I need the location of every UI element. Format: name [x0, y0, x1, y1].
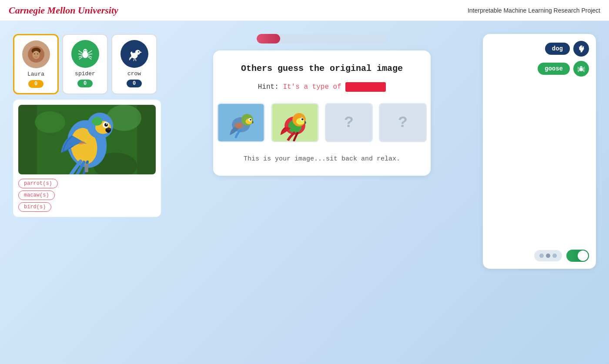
image-tags: parrot(s) macaw(s) bird(s) — [18, 179, 156, 212]
center-panel: Others guess the original image Hint: It… — [170, 34, 474, 176]
question-mark-3: ? — [344, 114, 354, 132]
laura-name: Laura — [27, 71, 44, 77]
svg-rect-35 — [85, 164, 88, 172]
right-bottom — [490, 250, 589, 262]
dot-3[interactable] — [552, 254, 557, 258]
svg-line-10 — [78, 54, 82, 54]
progress-fill — [257, 34, 280, 43]
player-cards: Laura 0 — [13, 34, 161, 94]
dog-label: dog — [545, 43, 570, 55]
dot-2[interactable] — [546, 254, 550, 258]
svg-point-49 — [301, 118, 304, 120]
pagination-dots — [534, 250, 562, 261]
image-choices: ? ? — [217, 103, 427, 142]
header: Carnegie Mellon University Interpretable… — [0, 0, 609, 21]
right-panel: dog goose — [483, 34, 596, 269]
svg-point-4 — [37, 53, 38, 54]
choice-image-1[interactable] — [217, 103, 265, 142]
left-panel: Laura 0 — [13, 34, 161, 217]
right-label-row-goose: goose — [538, 61, 589, 77]
project-title: Interpretable Machine Learning Research … — [468, 7, 600, 14]
goose-label: goose — [538, 63, 570, 75]
laura-avatar — [22, 40, 50, 68]
cmu-logo[interactable]: Carnegie Mellon University — [9, 5, 118, 16]
svg-line-55 — [578, 67, 580, 68]
crow-avatar — [120, 40, 148, 68]
tag-macaw: macaw(s) — [18, 190, 55, 200]
choice-image-2[interactable] — [271, 103, 319, 142]
right-label-row-dog: dog — [545, 41, 589, 57]
svg-line-12 — [79, 57, 82, 60]
crow-score: 0 — [127, 80, 142, 87]
choice-image-4[interactable]: ? — [379, 103, 427, 142]
spider-score: 0 — [77, 80, 93, 87]
svg-line-59 — [583, 67, 585, 68]
svg-line-22 — [135, 58, 136, 61]
progress-bar — [257, 34, 387, 43]
dog-icon-circle — [573, 41, 589, 57]
player-card-spider[interactable]: spider 0 — [62, 34, 108, 94]
toggle-switch[interactable] — [566, 250, 589, 262]
choice-image-3[interactable]: ? — [325, 103, 373, 142]
svg-line-58 — [578, 70, 580, 72]
svg-point-2 — [32, 51, 40, 59]
player-card-laura[interactable]: Laura 0 — [13, 34, 59, 94]
parrot-image — [18, 105, 156, 174]
svg-point-8 — [85, 50, 86, 51]
question-mark-4: ? — [398, 114, 408, 132]
svg-point-42 — [235, 123, 243, 128]
svg-line-9 — [78, 50, 82, 53]
dot-1[interactable] — [539, 254, 544, 258]
relax-text: This is your image...sit back and relax. — [244, 155, 400, 163]
right-top: dog goose — [490, 41, 589, 77]
hint-line: Hint: It's a type of — [258, 82, 386, 92]
image-card: parrot(s) macaw(s) bird(s) — [13, 100, 161, 217]
svg-point-54 — [581, 67, 582, 67]
svg-point-7 — [84, 50, 84, 51]
hint-redacted — [345, 82, 386, 92]
player-card-crow[interactable]: crow 0 — [111, 34, 157, 94]
svg-point-52 — [580, 66, 582, 69]
svg-point-50 — [582, 47, 583, 48]
svg-line-21 — [134, 58, 134, 61]
spider-name: spider — [75, 70, 95, 77]
svg-marker-19 — [140, 51, 142, 53]
hint-type: It's a type of — [283, 83, 341, 91]
svg-point-53 — [580, 67, 581, 67]
crow-name: crow — [127, 70, 141, 77]
svg-line-16 — [88, 57, 91, 60]
spider-avatar — [71, 40, 99, 68]
tag-parrot: parrot(s) — [18, 179, 58, 188]
svg-point-18 — [135, 50, 140, 55]
svg-line-62 — [583, 70, 585, 72]
goose-icon-circle — [573, 61, 589, 77]
main-content: Laura 0 — [0, 21, 609, 282]
svg-line-61 — [583, 70, 585, 71]
game-card: Others guess the original image Hint: It… — [213, 50, 431, 176]
svg-point-20 — [138, 51, 139, 53]
toggle-knob — [578, 250, 588, 261]
tag-bird: bird(s) — [18, 202, 51, 212]
laura-score: 0 — [28, 80, 44, 88]
svg-point-24 — [35, 111, 65, 133]
game-title: Others guess the original image — [241, 63, 403, 73]
hint-label: Hint: — [258, 83, 279, 91]
svg-point-41 — [250, 119, 251, 120]
svg-point-6 — [83, 49, 87, 53]
svg-line-13 — [88, 50, 92, 53]
svg-line-14 — [88, 54, 92, 54]
svg-line-60 — [583, 69, 585, 69]
svg-point-34 — [106, 124, 107, 125]
svg-point-3 — [34, 53, 35, 54]
svg-line-56 — [577, 69, 579, 69]
svg-point-31 — [92, 117, 102, 126]
svg-line-57 — [578, 70, 580, 71]
